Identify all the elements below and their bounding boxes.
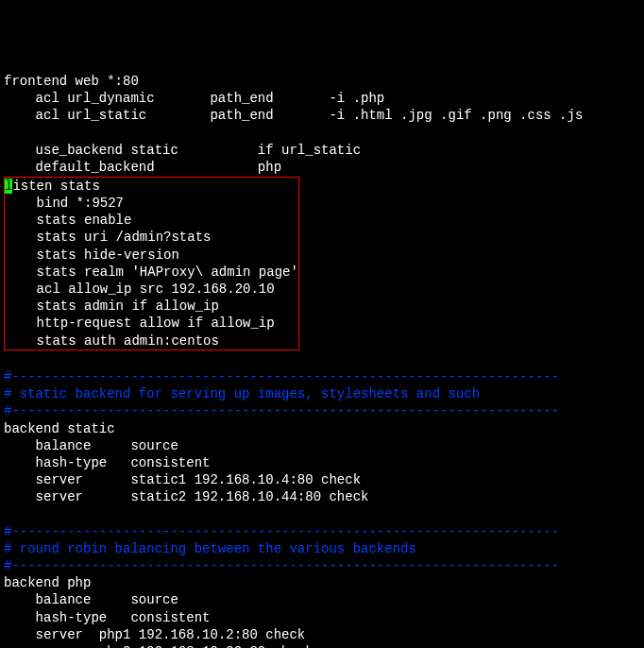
config-listen-stats-title: listen stats (5, 178, 298, 195)
comment-round-robin: # round robin balancing between the vari… (4, 540, 640, 557)
config-acl-allow-ip: acl allow_ip src 192.168.20.10 (5, 281, 298, 298)
comment-static-backend: # static backend for serving up images, … (4, 385, 640, 402)
comment-dashes: #---------------------------------------… (4, 557, 640, 574)
comment-dashes: #---------------------------------------… (4, 368, 640, 385)
blank-line (4, 124, 640, 141)
config-stats-uri: stats uri /admin?stats (5, 229, 298, 246)
config-use-backend: use_backend static if url_static (4, 142, 640, 159)
config-balance: balance source (4, 437, 640, 454)
config-backend-php-title: backend php (4, 574, 640, 591)
comment-dashes: #---------------------------------------… (4, 523, 640, 540)
config-server-php1: server php1 192.168.10.2:80 check (4, 626, 640, 643)
highlighted-listen-stats-block: listen stats bind *:9527 stats enable st… (4, 177, 299, 350)
config-server-php2: server php2 192.168.10.22:80 check (4, 643, 640, 648)
config-server-static2: server static2 192.168.10.44:80 check (4, 488, 640, 505)
config-balance: balance source (4, 591, 640, 608)
listen-stats-text: isten stats (12, 179, 99, 194)
config-stats-auth: stats auth admin:centos (5, 333, 298, 350)
config-stats-realm: stats realm 'HAProxy\ admin page' (5, 264, 298, 281)
config-stats-admin: stats admin if allow_ip (5, 298, 298, 315)
config-stats-enable: stats enable (5, 212, 298, 229)
config-acl-static: acl url_static path_end -i .html .jpg .g… (4, 107, 640, 124)
comment-dashes: #---------------------------------------… (4, 402, 640, 419)
blank-line (4, 351, 640, 368)
config-http-request: http-request allow if allow_ip (5, 315, 298, 332)
config-frontend-title: frontend web *:80 (4, 73, 640, 90)
config-backend-static-title: backend static (4, 420, 640, 437)
config-hash-type: hash-type consistent (4, 454, 640, 471)
config-hash-type: hash-type consistent (4, 609, 640, 626)
config-stats-hide-version: stats hide-version (5, 247, 298, 264)
config-server-static1: server static1 192.168.10.4:80 check (4, 471, 640, 488)
blank-line (4, 505, 640, 522)
config-default-backend: default_backend php (4, 159, 640, 176)
config-bind: bind *:9527 (5, 195, 298, 212)
config-acl-dynamic: acl url_dynamic path_end -i .php (4, 90, 640, 107)
